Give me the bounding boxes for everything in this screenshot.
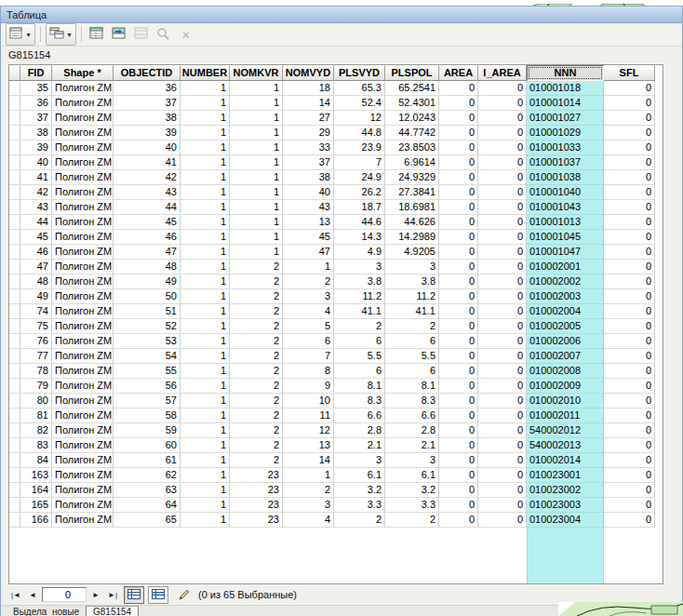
cell-plspol[interactable]: 12.0243 — [385, 111, 439, 126]
cell-fid[interactable]: 37 — [20, 111, 52, 126]
cell-nomkvr[interactable]: 1 — [230, 245, 283, 260]
cell-area[interactable]: 0 — [439, 423, 478, 438]
cell-sfl[interactable]: 0 — [604, 364, 655, 379]
cell-number[interactable]: 1 — [181, 260, 230, 275]
cell-fid[interactable]: 45 — [20, 230, 52, 245]
cell-plsvyd[interactable]: 23.9 — [334, 141, 385, 155]
cell-plsvyd[interactable]: 52.4 — [334, 96, 385, 111]
cell-fid[interactable]: 79 — [20, 379, 52, 394]
cell-nnn[interactable]: 010001013 — [527, 215, 604, 230]
cell-nomkvr[interactable]: 2 — [230, 334, 283, 349]
cell-plspol[interactable]: 65.2541 — [385, 81, 439, 96]
cell-nomkvr[interactable]: 1 — [230, 200, 283, 215]
cell-nnn[interactable]: 010002005 — [527, 319, 604, 334]
cell-plsvyd[interactable]: 7 — [334, 155, 385, 170]
row-selector[interactable] — [9, 468, 20, 483]
cell-nomvyd[interactable]: 3 — [283, 289, 334, 304]
row-selector[interactable] — [9, 513, 20, 528]
cell-nomkvr[interactable]: 2 — [230, 289, 283, 304]
cell-objectid[interactable]: 60 — [114, 438, 181, 453]
cell-shape[interactable]: Полигон ZM — [52, 394, 114, 408]
row-selector[interactable] — [9, 423, 20, 438]
cell-fid[interactable]: 81 — [20, 408, 52, 423]
cell-plsvyd[interactable]: 2 — [334, 319, 385, 334]
cell-area[interactable]: 0 — [439, 96, 478, 111]
window-titlebar[interactable]: Таблица — [1, 7, 682, 23]
cell-nomkvr[interactable]: 2 — [230, 423, 283, 438]
cell-sfl[interactable]: 0 — [604, 170, 655, 185]
cell-plsvyd[interactable]: 5.5 — [334, 349, 385, 364]
cell-shape[interactable]: Полигон ZM — [52, 245, 114, 260]
cell-fid[interactable]: 84 — [20, 453, 52, 468]
cell-sfl[interactable]: 0 — [604, 334, 655, 349]
cell-sfl[interactable]: 0 — [604, 379, 655, 394]
cell-i_area[interactable]: 0 — [478, 200, 527, 215]
cell-nomkvr[interactable]: 2 — [230, 408, 283, 423]
row-selector[interactable] — [9, 498, 20, 513]
cell-nomvyd[interactable]: 12 — [283, 423, 334, 438]
cell-nnn[interactable]: 010001033 — [527, 141, 604, 155]
cell-objectid[interactable]: 46 — [114, 230, 181, 245]
row-selector[interactable] — [9, 215, 20, 230]
cell-area[interactable]: 0 — [439, 275, 478, 289]
cell-plspol[interactable]: 3.8 — [385, 275, 439, 289]
column-header-number[interactable]: NUMBER — [181, 65, 230, 81]
cell-nomvyd[interactable]: 4 — [283, 513, 334, 528]
cell-sfl[interactable]: 0 — [604, 289, 655, 304]
cell-area[interactable]: 0 — [439, 111, 478, 126]
last-record-button[interactable]: ►| — [105, 587, 120, 602]
cell-i_area[interactable]: 0 — [478, 513, 527, 528]
cell-i_area[interactable]: 0 — [478, 185, 527, 200]
cell-i_area[interactable]: 0 — [478, 126, 527, 141]
cell-area[interactable]: 0 — [439, 498, 478, 513]
cell-nomvyd[interactable]: 4 — [283, 304, 334, 319]
cell-sfl[interactable]: 0 — [604, 275, 655, 289]
cell-number[interactable]: 1 — [181, 394, 230, 408]
cell-nomkvr[interactable]: 23 — [230, 483, 283, 498]
cell-nomvyd[interactable]: 43 — [283, 200, 334, 215]
cell-number[interactable]: 1 — [181, 438, 230, 453]
cell-objectid[interactable]: 49 — [114, 275, 181, 289]
cell-area[interactable]: 0 — [439, 141, 478, 155]
cell-nomvyd[interactable]: 47 — [283, 245, 334, 260]
cell-sfl[interactable]: 0 — [604, 200, 655, 215]
cell-plspol[interactable]: 4.9205 — [385, 245, 439, 260]
cell-sfl[interactable]: 0 — [604, 394, 655, 408]
cell-i_area[interactable]: 0 — [478, 260, 527, 275]
cell-number[interactable]: 1 — [181, 289, 230, 304]
cell-objectid[interactable]: 58 — [114, 408, 181, 423]
cell-sfl[interactable]: 0 — [604, 126, 655, 141]
cell-fid[interactable]: 80 — [20, 394, 52, 408]
cell-sfl[interactable]: 0 — [604, 245, 655, 260]
row-selector[interactable] — [9, 364, 20, 379]
cell-nomkvr[interactable]: 2 — [230, 349, 283, 364]
cell-plsvyd[interactable]: 11.2 — [334, 289, 385, 304]
cell-objectid[interactable]: 51 — [114, 304, 181, 319]
cell-objectid[interactable]: 62 — [114, 468, 181, 483]
row-selector[interactable] — [9, 394, 20, 408]
cell-area[interactable]: 0 — [439, 155, 478, 170]
cell-area[interactable]: 0 — [439, 215, 478, 230]
cell-plsvyd[interactable]: 3.2 — [334, 483, 385, 498]
row-selector[interactable] — [9, 141, 20, 155]
current-record-input[interactable] — [42, 587, 87, 602]
cell-fid[interactable]: 166 — [20, 513, 52, 528]
cell-number[interactable]: 1 — [181, 334, 230, 349]
cell-nnn[interactable]: 010002011 — [527, 408, 604, 423]
cell-objectid[interactable]: 54 — [114, 349, 181, 364]
cell-nomvyd[interactable]: 5 — [283, 319, 334, 334]
cell-nomkvr[interactable]: 1 — [230, 81, 283, 96]
cell-fid[interactable]: 83 — [20, 438, 52, 453]
cell-fid[interactable]: 43 — [20, 200, 52, 215]
cell-plspol[interactable]: 2 — [385, 513, 439, 528]
cell-nnn[interactable]: 010002010 — [527, 394, 604, 408]
cell-fid[interactable]: 42 — [20, 185, 52, 200]
cell-sfl[interactable]: 0 — [604, 408, 655, 423]
cell-nomvyd[interactable]: 14 — [283, 453, 334, 468]
cell-sfl[interactable]: 0 — [604, 96, 655, 111]
cell-objectid[interactable]: 37 — [114, 96, 181, 111]
clear-selection-button[interactable] — [131, 24, 152, 45]
cell-objectid[interactable]: 63 — [114, 483, 181, 498]
row-selector[interactable] — [9, 185, 20, 200]
cell-nnn[interactable]: 010002007 — [527, 349, 604, 364]
